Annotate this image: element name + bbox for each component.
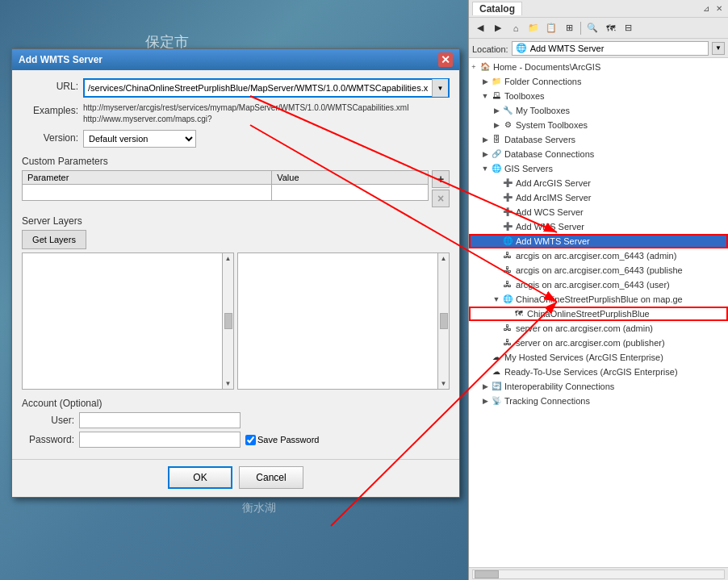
tree-item-chinaonline-parent[interactable]: ▼🌐ChinaOnlineStreetPurplishBlue on map.g… — [469, 292, 728, 307]
scroll-up-arrow-2[interactable]: ▲ — [441, 255, 447, 262]
layers-panel-scrollbar[interactable]: ▲ ▼ — [222, 253, 233, 389]
close-catalog-icon[interactable]: ✕ — [713, 3, 725, 14]
tree-item-add-arcims-server[interactable]: ➕Add ArcIMS Server — [469, 190, 728, 205]
tree-item-ready-to-use[interactable]: ☁Ready-To-Use Services (ArcGIS Enterpris… — [469, 365, 728, 379]
catalog-header: Catalog ⊿ ✕ — [469, 0, 728, 18]
tree-item-my-hosted[interactable]: ☁My Hosted Services (ArcGIS Enterprise) — [469, 350, 728, 365]
options-button[interactable]: ⊟ — [620, 20, 636, 36]
tree-icon-toolboxes: 🗳 — [490, 90, 503, 102]
location-dropdown-button[interactable]: ▼ — [712, 42, 725, 55]
tree-item-home[interactable]: +🏠Home - Documents\ArcGIS — [469, 60, 728, 74]
add-param-button[interactable]: + — [432, 170, 450, 188]
close-button[interactable]: ✕ — [438, 52, 453, 67]
tree-toggle-server-admin — [492, 323, 501, 333]
tree-toggle-home[interactable]: + — [469, 62, 479, 72]
tree-item-folder-connections[interactable]: ▶📁Folder Connections — [469, 74, 728, 89]
version-label: Version: — [22, 130, 78, 144]
tree-toggle-folder-connections[interactable]: ▶ — [480, 77, 490, 86]
scroll-thumb[interactable] — [224, 313, 232, 329]
params-table: Parameter Value — [22, 170, 429, 201]
tree-toggle-add-wmts-server — [492, 236, 501, 246]
tree-item-arcgis-user[interactable]: 🖧arcgis on arc.arcgiser.com_6443 (user) — [469, 277, 728, 292]
url-dropdown-button[interactable]: ▼ — [432, 79, 448, 97]
catalog-location-bar: Location: 🌐 Add WMTS Server ▼ — [469, 39, 728, 58]
scroll-up-arrow[interactable]: ▲ — [225, 255, 232, 262]
tree-toggle-system-toolboxes[interactable]: ▶ — [492, 120, 501, 130]
tree-toggle-add-wcs-server — [492, 207, 501, 217]
save-password-checkbox[interactable] — [245, 435, 256, 445]
dialog-buttons: OK Cancel — [12, 459, 459, 497]
tree-item-server-admin[interactable]: 🖧server on arc.arcgiser.com (admin) — [469, 321, 728, 336]
tree-icon-arcgis-user: 🖧 — [501, 278, 514, 291]
tree-item-add-wmts-server[interactable]: 🌐Add WMTS Server — [469, 234, 728, 248]
catalog-tree: +🏠Home - Documents\ArcGIS▶📁Folder Connec… — [469, 58, 728, 567]
tree-toggle-tracking[interactable]: ▶ — [480, 396, 490, 406]
tree-icon-add-wcs-server: ➕ — [501, 206, 514, 219]
tree-item-database-connections[interactable]: ▶🔗Database Connections — [469, 147, 728, 161]
tree-toggle-database-servers[interactable]: ▶ — [480, 135, 490, 144]
get-layers-button[interactable]: Get Layers — [22, 230, 86, 249]
version-field: Default version — [83, 130, 450, 148]
tree-toggle-database-connections[interactable]: ▶ — [480, 149, 490, 159]
url-row: URL: ▼ — [22, 78, 450, 98]
folder-button[interactable]: 📁 — [525, 20, 542, 36]
tree-label-server-publisher: server on arc.arcgiser.com (publisher) — [516, 338, 665, 348]
version-select[interactable]: Default version — [83, 130, 196, 148]
tree-item-add-wms-server[interactable]: ➕Add WMS Server — [469, 219, 728, 234]
tree-item-add-arcgis-server[interactable]: ➕Add ArcGIS Server — [469, 176, 728, 190]
tree-item-arcgis-admin[interactable]: 🖧arcgis on arc.arcgiser.com_6443 (admin) — [469, 248, 728, 263]
tree-item-toolboxes[interactable]: ▼🗳Toolboxes — [469, 89, 728, 103]
catalog-title-tab[interactable]: Catalog — [472, 2, 522, 15]
account-title: Account (Optional) — [22, 398, 450, 409]
scroll-down-arrow[interactable]: ▼ — [225, 380, 232, 387]
tree-item-chinaonline-child[interactable]: 🗺ChinaOnlineStreetPurplishBlue — [469, 307, 728, 321]
tree-item-gis-servers[interactable]: ▼🌐GIS Servers — [469, 161, 728, 176]
examples-field: http://myserver/arcgis/rest/services/mym… — [83, 102, 450, 125]
examples-label: Examples: — [22, 102, 78, 116]
scroll-thumb-2[interactable] — [440, 313, 448, 329]
tree-icon-chinaonline-child: 🗺 — [513, 307, 525, 320]
tree-label-database-servers: Database Servers — [504, 135, 575, 144]
tree-toggle-arcgis-user — [492, 280, 501, 290]
scrollbar-thumb[interactable] — [475, 570, 499, 578]
tree-label-add-arcgis-server: Add ArcGIS Server — [516, 178, 591, 188]
tree-item-database-servers[interactable]: ▶🗄Database Servers — [469, 132, 728, 147]
horizontal-scrollbar[interactable] — [472, 570, 725, 579]
tree-toggle-interoperability[interactable]: ▶ — [480, 382, 490, 391]
remove-param-button[interactable]: × — [432, 190, 450, 207]
home-button[interactable]: ⌂ — [508, 20, 524, 36]
tree-toggle-toolboxes[interactable]: ▼ — [480, 91, 490, 101]
tree-icon-interoperability: 🔄 — [490, 380, 503, 393]
password-input[interactable] — [79, 432, 241, 448]
cancel-button[interactable]: Cancel — [239, 466, 303, 489]
dialog-overlay: Add WMTS Server ✕ URL: ▼ Examples: http:… — [0, 0, 468, 580]
tree-toggle-chinaonline-parent[interactable]: ▼ — [492, 294, 501, 304]
forward-button[interactable]: ▶ — [490, 20, 506, 36]
selected-layers-scrollbar[interactable]: ▲ ▼ — [437, 253, 449, 389]
tree-item-server-publisher[interactable]: 🖧server on arc.arcgiser.com (publisher) — [469, 336, 728, 350]
add-wmts-dialog: Add WMTS Server ✕ URL: ▼ Examples: http:… — [11, 48, 460, 498]
server-layers-section: Server Layers Get Layers ▲ ▼ ▲ — [22, 212, 450, 390]
tree-icon-add-wmts-server: 🌐 — [501, 235, 514, 248]
tree-toggle-gis-servers[interactable]: ▼ — [480, 164, 490, 173]
tree-toggle-my-toolboxes[interactable]: ▶ — [492, 106, 501, 115]
search-button[interactable]: 🔍 — [584, 20, 600, 36]
user-input[interactable] — [79, 412, 241, 428]
tree-item-system-toolboxes[interactable]: ▶⚙System Toolboxes — [469, 118, 728, 132]
tree-item-interoperability[interactable]: ▶🔄Interoperability Connections — [469, 379, 728, 394]
url-input[interactable] — [85, 81, 432, 94]
copy-button[interactable]: 📋 — [543, 20, 559, 36]
pin-icon[interactable]: ⊿ — [701, 3, 712, 14]
tree-icon-add-arcgis-server: ➕ — [501, 177, 514, 190]
scroll-down-arrow-2[interactable]: ▼ — [441, 380, 447, 387]
back-button[interactable]: ◀ — [472, 20, 488, 36]
tree-item-arcgis-publisher[interactable]: 🖧arcgis on arc.arcgiser.com_6443 (publis… — [469, 263, 728, 277]
tree-item-my-toolboxes[interactable]: ▶🔧My Toolboxes — [469, 103, 728, 118]
tree-item-add-wcs-server[interactable]: ➕Add WCS Server — [469, 205, 728, 219]
ok-button[interactable]: OK — [168, 466, 232, 489]
tree-label-my-hosted: My Hosted Services (ArcGIS Enterprise) — [504, 353, 663, 362]
tree-item-tracking[interactable]: ▶📡Tracking Connections — [469, 394, 728, 408]
grid-button[interactable]: ⊞ — [561, 20, 577, 36]
map-button[interactable]: 🗺 — [602, 20, 618, 36]
tree-toggle-arcgis-publisher — [492, 265, 501, 275]
